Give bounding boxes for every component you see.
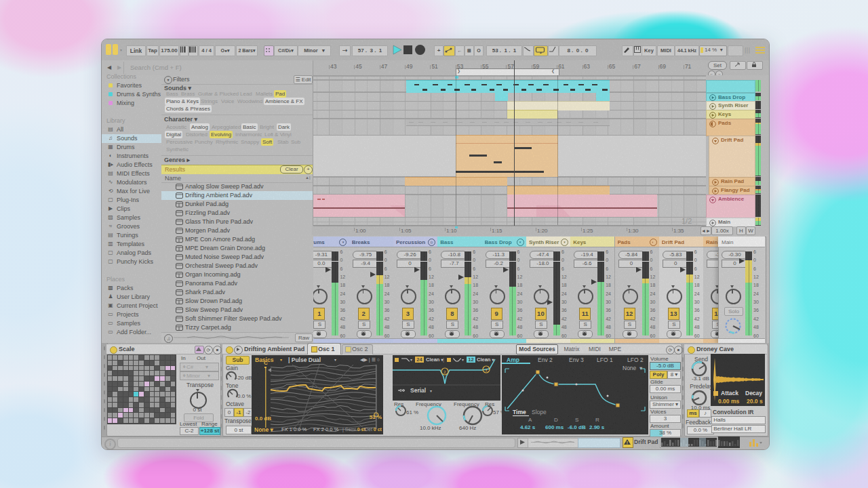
svg-text:Serial: Serial [410, 387, 426, 394]
svg-text:▾: ▾ [430, 389, 432, 393]
svg-text:2: 2 [443, 370, 446, 374]
